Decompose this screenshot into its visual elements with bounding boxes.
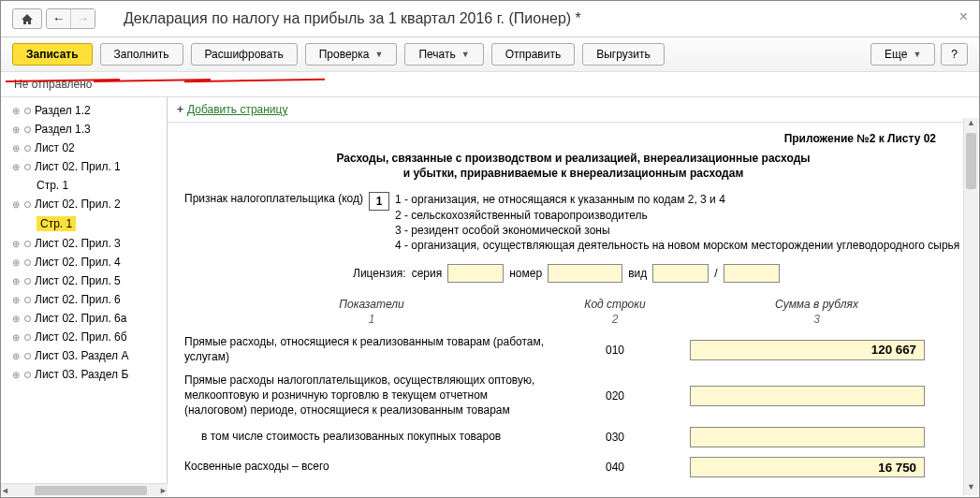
bullet-icon xyxy=(24,201,31,208)
tree-item[interactable]: ⊕Лист 02. Прил. 2 xyxy=(1,195,167,213)
print-button[interactable]: Печать▼ xyxy=(404,43,483,66)
home-icon xyxy=(21,13,34,25)
tree-item[interactable]: ⊕Лист 02. Прил. 6б xyxy=(1,328,167,346)
expand-icon[interactable]: ⊕ xyxy=(10,162,21,172)
row-label: Прямые расходы, относящиеся к реализован… xyxy=(184,335,559,364)
scroll-down-icon[interactable]: ▼ xyxy=(964,482,978,495)
license-sep: / xyxy=(714,267,717,280)
tree-item-label: Лист 02. Прил. 6а xyxy=(35,312,126,325)
expand-icon[interactable]: ⊕ xyxy=(10,124,21,135)
bullet-icon xyxy=(24,278,31,285)
expand-icon[interactable]: ⊕ xyxy=(10,332,21,343)
window-title: Декларация по налогу на прибыль за 1 ква… xyxy=(124,10,581,27)
navigation-tree[interactable]: ⊕Раздел 1.2⊕Раздел 1.3⊕Лист 02⊕Лист 02. … xyxy=(1,97,168,491)
back-button[interactable]: ← xyxy=(47,9,71,28)
tree-item[interactable]: ⊕Лист 03. Раздел Б xyxy=(1,365,167,384)
tree-item-label: Лист 03. Раздел Б xyxy=(35,368,128,381)
bullet-icon xyxy=(24,126,31,133)
license-extra-input[interactable] xyxy=(724,264,780,283)
save-button[interactable]: Записать xyxy=(12,43,93,66)
row-value-col xyxy=(671,427,962,447)
status-text: Не отправлено xyxy=(1,72,979,97)
data-row: Прямые расходы, относящиеся к реализован… xyxy=(184,335,962,364)
bullet-icon xyxy=(24,353,31,359)
bullet-icon xyxy=(24,259,31,266)
close-button[interactable]: × xyxy=(959,8,968,25)
row-value-col xyxy=(671,457,962,477)
row-code: 030 xyxy=(559,431,671,444)
row-value-col xyxy=(671,386,962,406)
row-label: в том числе стоимость реализованных поку… xyxy=(184,430,559,445)
home-button[interactable] xyxy=(12,8,42,29)
row-value-input[interactable] xyxy=(690,386,925,406)
check-button[interactable]: Проверка▼ xyxy=(305,43,398,66)
appendix-label: Приложение №2 к Листу 02 xyxy=(184,132,962,145)
expand-icon[interactable]: ⊕ xyxy=(10,143,21,154)
expand-icon[interactable]: ⊕ xyxy=(10,276,21,286)
document-body: Приложение №2 к Листу 02 Расходы, связан… xyxy=(168,123,979,491)
tree-item-label: Стр. 1 xyxy=(37,216,76,231)
license-type-input[interactable] xyxy=(652,264,709,283)
tree-item[interactable]: ⊕Лист 02. Прил. 4 xyxy=(1,253,167,271)
tree-item[interactable]: ⊕Лист 02. Прил. 6а xyxy=(1,309,167,328)
taxpayer-code-input[interactable]: 1 xyxy=(369,192,389,211)
tree-item-label: Раздел 1.2 xyxy=(35,104,91,117)
row-value-col xyxy=(671,340,962,360)
scroll-right-icon[interactable]: ► xyxy=(159,486,168,495)
expand-icon[interactable]: ⊕ xyxy=(10,106,21,116)
sidebar-horizontal-scrollbar[interactable]: ◄ ► xyxy=(1,483,168,496)
tree-item[interactable]: ⊕Лист 02. Прил. 6 xyxy=(1,290,167,309)
license-series-input[interactable] xyxy=(447,264,504,283)
more-button[interactable]: Еще▼ xyxy=(870,43,935,66)
tree-item-label: Лист 02 xyxy=(35,141,75,154)
license-series-label: серия xyxy=(412,267,443,280)
help-button[interactable]: ? xyxy=(941,43,968,66)
row-value-input[interactable] xyxy=(690,457,925,477)
fill-button[interactable]: Заполнить xyxy=(100,43,183,66)
expand-icon[interactable]: ⊕ xyxy=(10,199,21,210)
row-code: 010 xyxy=(559,344,671,357)
send-button[interactable]: Отправить xyxy=(491,43,576,66)
caret-icon: ▼ xyxy=(913,50,921,59)
tree-item[interactable]: ⊕Лист 03. Раздел А xyxy=(1,346,167,365)
expand-icon[interactable]: ⊕ xyxy=(10,351,21,361)
expand-icon[interactable]: ⊕ xyxy=(10,239,21,249)
row-value-input[interactable] xyxy=(690,427,925,447)
tree-item-label: Лист 02. Прил. 6 xyxy=(35,293,121,306)
export-button[interactable]: Выгрузить xyxy=(582,43,665,66)
vertical-scrollbar[interactable]: ▲ ▼ xyxy=(963,118,978,495)
scroll-up-icon[interactable]: ▲ xyxy=(964,118,978,131)
expand-icon[interactable]: ⊕ xyxy=(10,314,21,324)
scroll-thumb[interactable] xyxy=(966,133,976,189)
tree-item[interactable]: ⊕Лист 02. Прил. 5 xyxy=(1,271,167,290)
nav-back-forward[interactable]: ← → xyxy=(46,8,95,29)
tree-item-label: Лист 02. Прил. 6б xyxy=(35,330,127,344)
tree-item[interactable]: Стр. 1 xyxy=(1,176,167,195)
scroll-left-icon[interactable]: ◄ xyxy=(1,486,9,495)
tree-item[interactable]: ⊕Лист 02. Прил. 3 xyxy=(1,234,167,253)
scroll-hthumb[interactable] xyxy=(35,486,147,495)
expand-icon[interactable]: ⊕ xyxy=(10,295,21,305)
tree-item[interactable]: Стр. 1 xyxy=(1,213,167,234)
tree-item[interactable]: ⊕Раздел 1.3 xyxy=(1,120,167,139)
expand-icon[interactable]: ⊕ xyxy=(10,257,21,268)
tree-item[interactable]: ⊕Лист 02. Прил. 1 xyxy=(1,157,167,176)
expand-icon[interactable]: ⊕ xyxy=(10,370,21,380)
caret-icon: ▼ xyxy=(374,50,383,59)
row-value-input[interactable] xyxy=(690,340,925,360)
bullet-icon xyxy=(24,241,31,247)
data-row: в том числе стоимость реализованных поку… xyxy=(184,427,962,447)
forward-button[interactable]: → xyxy=(71,9,95,28)
license-number-input[interactable] xyxy=(548,264,622,283)
tree-item-label: Лист 02. Прил. 1 xyxy=(35,160,121,173)
add-page-link[interactable]: Добавить страницу xyxy=(187,103,287,116)
bullet-icon xyxy=(24,145,31,152)
data-row: в том числе: xyxy=(184,487,962,491)
bullet-icon xyxy=(24,334,31,341)
decode-button[interactable]: Расшифровать xyxy=(191,43,298,66)
tree-item[interactable]: ⊕Раздел 1.2 xyxy=(1,101,167,120)
tree-item[interactable]: ⊕Лист 02 xyxy=(1,139,167,157)
bullet-icon xyxy=(24,297,31,303)
data-row: Прямые расходы налогоплательщиков, осуще… xyxy=(184,374,962,417)
caret-icon: ▼ xyxy=(461,50,470,59)
